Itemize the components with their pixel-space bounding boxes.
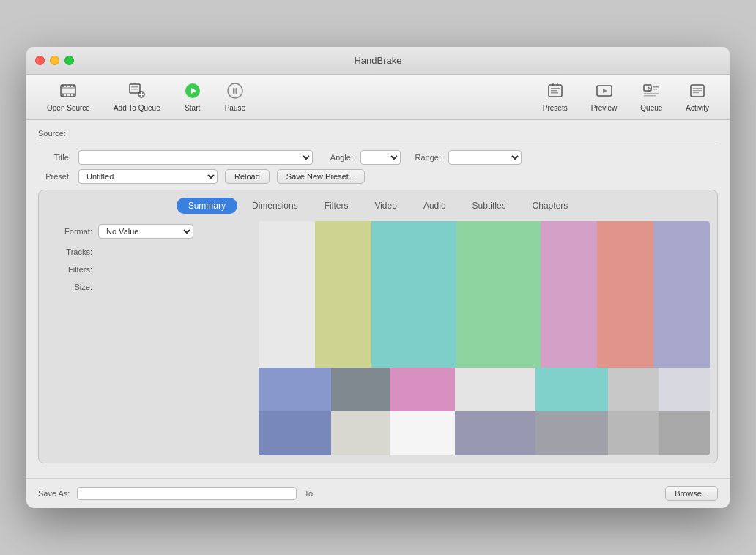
svg-rect-4 [66, 85, 67, 87]
start-button[interactable]: Start [172, 79, 213, 115]
color-cell [331, 368, 389, 411]
maximize-button[interactable] [64, 56, 74, 65]
start-label: Start [185, 104, 200, 112]
pause-icon [226, 82, 244, 103]
color-cell [659, 411, 710, 455]
queue-button[interactable]: Queue [629, 79, 674, 115]
size-label: Size: [52, 283, 92, 291]
open-source-button[interactable]: Open Source [35, 79, 102, 115]
tracks-row: Tracks: [52, 247, 245, 256]
color-cell [259, 411, 331, 455]
color-cell [259, 368, 331, 411]
preset-label: Preset: [38, 172, 71, 181]
title-label: Title: [38, 153, 71, 162]
film-strip-icon [59, 82, 77, 103]
add-queue-icon [128, 82, 146, 103]
minimize-button[interactable] [50, 56, 59, 65]
color-cell [653, 221, 710, 368]
svg-point-19 [228, 83, 242, 98]
svg-rect-32 [653, 86, 659, 88]
svg-rect-23 [551, 88, 560, 89]
close-button[interactable] [35, 56, 45, 65]
svg-rect-5 [70, 85, 71, 87]
svg-rect-1 [61, 87, 75, 89]
tab-subtitles[interactable]: Subtitles [461, 198, 518, 214]
svg-rect-33 [653, 89, 657, 90]
color-cell [541, 221, 597, 368]
svg-rect-16 [139, 94, 144, 95]
source-label: Source: [38, 129, 75, 138]
separator [38, 144, 718, 144]
tab-filters[interactable]: Filters [313, 198, 360, 214]
range-select[interactable] [448, 150, 522, 165]
presets-button[interactable]: Presets [531, 79, 579, 115]
svg-rect-6 [73, 85, 75, 87]
angle-select[interactable] [360, 150, 401, 165]
svg-rect-9 [70, 94, 71, 97]
activity-label: Activity [686, 104, 709, 112]
range-label: Range: [408, 153, 441, 162]
open-source-label: Open Source [47, 104, 90, 112]
reload-button[interactable]: Reload [225, 169, 270, 184]
browse-wrap: Browse... [665, 486, 718, 501]
presets-label: Presets [543, 104, 568, 112]
svg-rect-27 [552, 83, 554, 86]
size-row: Size: [52, 283, 245, 291]
bottom-bar: Save As: To: Browse... [26, 478, 730, 508]
angle-label: Angle: [320, 153, 353, 162]
tab-summary[interactable]: Summary [177, 198, 237, 214]
save-as-input[interactable] [77, 487, 297, 500]
window-controls [35, 56, 74, 65]
color-cell [659, 368, 710, 411]
svg-rect-26 [557, 83, 558, 86]
color-cell [455, 368, 535, 411]
color-cell [608, 368, 659, 411]
format-label: Format: [52, 227, 92, 236]
tab-audio[interactable]: Audio [412, 198, 458, 214]
color-cell [315, 221, 371, 368]
preset-select[interactable]: Untitled [78, 169, 218, 184]
toolbar-right: Presets Preview [531, 79, 721, 115]
color-cell [259, 221, 315, 368]
filters-row: Filters: [52, 265, 245, 274]
preset-row: Preset: Untitled Reload Save New Preset.… [38, 169, 718, 184]
preview-button[interactable]: Preview [579, 79, 629, 115]
svg-rect-35 [644, 95, 656, 97]
color-cell [455, 411, 535, 455]
content-area: Format: No Value Tracks: Filters: Size: [46, 221, 710, 455]
save-new-preset-button[interactable]: Save New Preset... [277, 169, 365, 184]
svg-rect-21 [235, 88, 237, 94]
to-label: To: [304, 489, 315, 498]
svg-rect-10 [73, 94, 75, 97]
title-row: Title: Angle: Range: [38, 150, 718, 165]
add-to-queue-button[interactable]: Add To Queue [102, 79, 172, 115]
main-content: Source: Title: Angle: Range: Preset: Unt… [26, 120, 730, 478]
main-window: HandBrake Open Source [26, 47, 730, 508]
queue-icon [642, 82, 660, 103]
presets-icon [546, 82, 564, 103]
tracks-label: Tracks: [52, 247, 92, 256]
pause-button[interactable]: Pause [213, 79, 257, 115]
color-cell [390, 368, 455, 411]
activity-button[interactable]: Activity [674, 79, 721, 115]
tab-dimensions[interactable]: Dimensions [240, 198, 310, 214]
format-select[interactable]: No Value [98, 224, 193, 239]
color-grid [259, 221, 710, 455]
tab-video[interactable]: Video [363, 198, 408, 214]
title-select[interactable] [78, 150, 313, 165]
svg-rect-3 [62, 85, 64, 87]
filters-label: Filters: [52, 265, 92, 274]
titlebar: HandBrake [26, 47, 730, 75]
color-cell [597, 221, 653, 368]
svg-rect-13 [131, 89, 138, 90]
color-cell [331, 411, 389, 455]
play-icon [184, 82, 201, 103]
browse-button[interactable]: Browse... [665, 486, 718, 501]
svg-rect-8 [66, 94, 67, 97]
svg-rect-24 [551, 90, 557, 92]
preview-panel [259, 221, 710, 455]
source-row: Source: [38, 129, 718, 138]
format-row: Format: No Value [52, 224, 245, 239]
queue-label: Queue [640, 104, 662, 112]
tab-chapters[interactable]: Chapters [521, 198, 580, 214]
